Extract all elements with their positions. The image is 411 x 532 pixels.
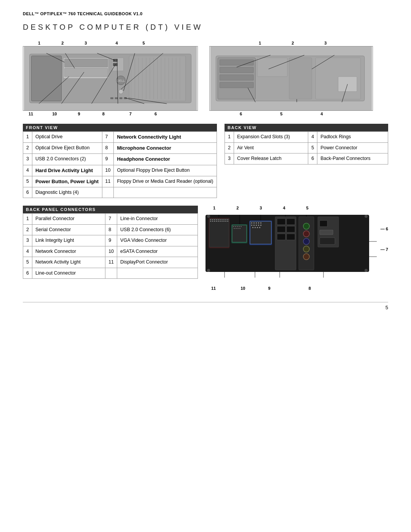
table-row: 4 Hard Drive Activity Light 10 Optional … (23, 165, 217, 176)
svg-rect-73 (212, 221, 213, 222)
svg-rect-71 (227, 219, 228, 220)
svg-rect-72 (210, 221, 211, 222)
row-label: Diagnostic Lights (4) (32, 187, 102, 198)
svg-rect-115 (287, 234, 295, 240)
row-label: Network Connectivity Light (114, 132, 217, 143)
svg-rect-65 (216, 219, 217, 220)
svg-rect-68 (221, 219, 223, 220)
row-num: 10 (105, 246, 117, 257)
connector-diagram-svg (206, 211, 388, 285)
svg-rect-77 (220, 221, 221, 222)
row-num: 4 (23, 165, 32, 176)
svg-rect-98 (258, 222, 259, 224)
row-label: Padlock Rings (317, 132, 388, 143)
table-row: 6 Line-out Connector (23, 268, 198, 279)
footer-divider (23, 302, 388, 302)
svg-point-26 (119, 89, 123, 94)
row-num: 5 (23, 257, 32, 268)
svg-rect-91 (237, 228, 239, 229)
svg-rect-92 (239, 228, 241, 229)
row-num: 6 (23, 187, 32, 198)
svg-rect-102 (256, 225, 257, 226)
row-label: Power Button, Power Light (32, 176, 102, 187)
svg-rect-63 (212, 219, 213, 220)
page-title: DESKTOP COMPUTER (DT) VIEW (23, 23, 388, 32)
front-bottom-labels: 11 10 9 8 7 6 (23, 112, 198, 116)
row-label: Line-in Connector (117, 214, 198, 225)
row-num: 10 (102, 165, 114, 176)
svg-rect-124 (320, 230, 333, 235)
table-row: 5 Power Button, Power Light 11 Floppy Dr… (23, 176, 217, 187)
row-num: 2 (23, 143, 32, 154)
table-row: 4 Network Connector 10 eSATA Connector (23, 246, 198, 257)
svg-rect-105 (252, 227, 253, 228)
back-view-section: BACK VIEW 1 Expansion Card Slots (3) 4 P… (225, 124, 388, 165)
svg-rect-75 (216, 221, 217, 222)
svg-rect-107 (257, 227, 258, 228)
row-label: Optical Drive (32, 132, 102, 143)
svg-rect-29 (119, 97, 123, 99)
svg-point-120 (303, 246, 309, 252)
svg-rect-7 (113, 59, 118, 62)
row-num: 4 (23, 246, 32, 257)
svg-rect-47 (220, 75, 253, 80)
svg-rect-125 (320, 238, 335, 244)
row-label: Network Activity Light (32, 257, 105, 268)
row-label: Line-out Connector (32, 268, 105, 279)
svg-point-118 (303, 231, 309, 237)
back-top-labels: 1 2 3 (209, 41, 373, 45)
back-view-diagram: 1 2 3 (209, 41, 373, 116)
svg-rect-111 (287, 219, 295, 225)
row-label: VGA Video Connector (117, 235, 198, 246)
row-label: USB 2.0 Connectors (6) (117, 224, 198, 235)
row-num: 4 (308, 132, 317, 143)
row-label: Optical Drive Eject Button (32, 143, 102, 154)
row-label: Headphone Connector (114, 154, 217, 165)
row-label: Expansion Card Slots (3) (234, 132, 308, 143)
svg-rect-4 (64, 59, 108, 67)
svg-rect-96 (253, 222, 255, 224)
row-label: Parallel Connector (32, 214, 105, 225)
header-title: DELL™ OPTIPLEX™ 760 TECHNICAL GUIDEBOOK … (23, 11, 388, 16)
row-num: 8 (102, 143, 114, 154)
row-label: Back-Panel Connectors (317, 153, 388, 165)
svg-rect-97 (256, 222, 257, 224)
document-header: DELL™ OPTIPLEX™ 760 TECHNICAL GUIDEBOOK … (23, 11, 388, 16)
front-view-svg: DELL (23, 46, 198, 111)
row-num: 1 (225, 132, 234, 143)
table-row: 3 Link Integrity Light 9 VGA Video Conne… (23, 235, 198, 246)
table-row: 1 Expansion Card Slots (3) 4 Padlock Rin… (225, 132, 388, 143)
svg-rect-76 (218, 221, 219, 222)
back-panel-table: 1 Parallel Connector 7 Line-in Connector… (23, 213, 198, 279)
row-label: Floppy Drive or Media Card Reader (optio… (114, 176, 217, 187)
row-num: 3 (23, 154, 32, 165)
row-label: Optional Floppy Drive Eject Button (114, 165, 217, 176)
svg-rect-106 (255, 227, 256, 228)
front-view-diagram: 1 2 3 4 5 (23, 41, 198, 116)
svg-rect-64 (214, 219, 215, 220)
svg-rect-89 (234, 228, 235, 229)
row-label: DisplayPort Connector (117, 257, 198, 268)
row-num (102, 187, 114, 198)
svg-rect-27 (110, 97, 113, 99)
view-tables-row: FRONT VIEW 1 Optical Drive 7 Network Con… (23, 124, 388, 198)
back-view-table: 1 Expansion Card Slots (3) 4 Padlock Rin… (225, 131, 388, 165)
svg-rect-45 (220, 60, 253, 66)
row-num: 3 (225, 153, 234, 165)
svg-rect-46 (220, 67, 253, 73)
svg-rect-87 (239, 226, 240, 227)
row-num: 11 (105, 257, 117, 268)
svg-rect-49 (257, 58, 287, 77)
svg-rect-52 (338, 77, 357, 92)
table-row: 1 Optical Drive 7 Network Connectivity L… (23, 132, 217, 143)
row-num: 2 (23, 224, 32, 235)
row-num (105, 268, 117, 279)
svg-rect-112 (277, 226, 285, 232)
svg-rect-66 (218, 219, 219, 220)
svg-rect-74 (214, 221, 215, 222)
svg-point-117 (303, 223, 309, 229)
row-label: Cover Release Latch (234, 153, 308, 165)
svg-rect-99 (260, 222, 261, 224)
table-row: 3 USB 2.0 Connectors (2) 9 Headphone Con… (23, 154, 217, 165)
diagrams-row: 1 2 3 4 5 (23, 41, 388, 116)
